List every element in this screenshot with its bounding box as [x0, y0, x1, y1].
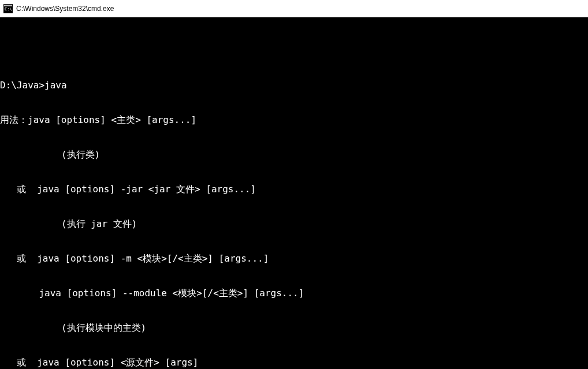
terminal-line: 或 java [options] <源文件> [args] [0, 357, 588, 368]
terminal-line: D:\Java>java [0, 80, 588, 91]
window-title: C:\Windows\System32\cmd.exe [16, 5, 114, 13]
svg-text:C:\: C:\ [5, 7, 12, 12]
window-titlebar[interactable]: C:\ C:\Windows\System32\cmd.exe [0, 0, 588, 17]
terminal-output[interactable]: D:\Java>java 用法：java [options] <主类> [arg… [0, 17, 588, 369]
cmd-icon: C:\ [3, 4, 13, 13]
terminal-line: 或 java [options] -jar <jar 文件> [args...] [0, 184, 588, 195]
svg-rect-1 [4, 5, 12, 6]
terminal-line: java [options] --module <模块>[/<主类>] [arg… [0, 288, 588, 299]
terminal-line: 用法：java [options] <主类> [args...] [0, 114, 588, 126]
terminal-line: 或 java [options] -m <模块>[/<主类>] [args...… [0, 253, 588, 264]
terminal-line: (执行 jar 文件) [0, 218, 588, 230]
terminal-line [0, 45, 588, 57]
terminal-line: (执行类) [0, 149, 588, 161]
terminal-line: (执行模块中的主类) [0, 322, 588, 334]
